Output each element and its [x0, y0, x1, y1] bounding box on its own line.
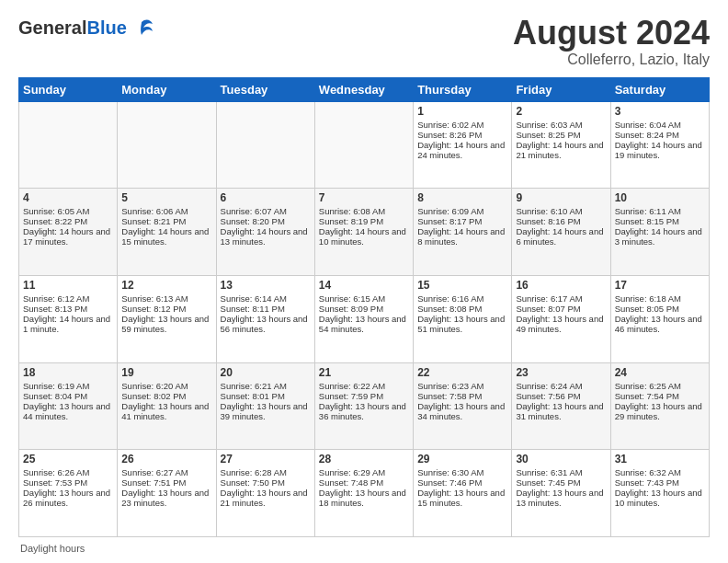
sunrise-text: Sunrise: 6:13 AM	[121, 293, 188, 304]
sunset-text: Sunset: 8:07 PM	[516, 304, 580, 314]
calendar-week-2: 4Sunrise: 6:05 AMSunset: 8:22 PMDaylight…	[19, 189, 710, 276]
day-number: 17	[615, 279, 705, 292]
table-row: 31Sunrise: 6:32 AMSunset: 7:43 PMDayligh…	[610, 450, 709, 537]
sunset-text: Sunset: 8:09 PM	[319, 304, 383, 314]
sunset-text: Sunset: 8:12 PM	[121, 304, 186, 314]
sunset-text: Sunset: 7:58 PM	[417, 391, 482, 401]
sunrise-text: Sunrise: 6:30 AM	[417, 467, 483, 477]
table-row: 30Sunrise: 6:31 AMSunset: 7:45 PMDayligh…	[512, 450, 610, 537]
col-monday: Monday	[118, 77, 216, 101]
table-row: 1Sunrise: 6:02 AMSunset: 8:26 PMDaylight…	[414, 101, 512, 189]
page: GeneralBlue August 2024 Colleferro, Lazi…	[0, 0, 728, 563]
sunrise-text: Sunrise: 6:26 AM	[23, 467, 89, 477]
table-row: 28Sunrise: 6:29 AMSunset: 7:48 PMDayligh…	[314, 450, 413, 537]
table-row: 15Sunrise: 6:16 AMSunset: 8:08 PMDayligh…	[414, 275, 512, 362]
sunrise-text: Sunrise: 6:07 AM	[221, 206, 287, 216]
day-number: 15	[417, 279, 507, 292]
daylight-text: Daylight: 13 hours and 34 minutes.	[417, 401, 505, 421]
sunrise-text: Sunrise: 6:32 AM	[615, 467, 681, 477]
day-number: 4	[23, 191, 113, 204]
sunrise-text: Sunrise: 6:16 AM	[417, 293, 483, 304]
sunset-text: Sunset: 8:20 PM	[221, 216, 285, 226]
sunset-text: Sunset: 8:02 PM	[121, 391, 186, 401]
daylight-text: Daylight: 13 hours and 36 minutes.	[319, 401, 406, 421]
day-number: 3	[615, 105, 705, 118]
logo-general: General	[18, 17, 86, 38]
footer-note: Daylight hours	[18, 543, 710, 554]
sunrise-text: Sunrise: 6:21 AM	[221, 381, 287, 391]
daylight-text: Daylight: 13 hours and 18 minutes.	[319, 488, 406, 508]
daylight-text: Daylight: 14 hours and 1 minute.	[23, 314, 110, 334]
sunset-text: Sunset: 8:21 PM	[121, 216, 186, 226]
table-row: 23Sunrise: 6:24 AMSunset: 7:56 PMDayligh…	[512, 362, 610, 450]
col-sunday: Sunday	[19, 77, 118, 101]
table-row: 10Sunrise: 6:11 AMSunset: 8:15 PMDayligh…	[610, 189, 709, 276]
col-friday: Friday	[512, 77, 610, 101]
sunset-text: Sunset: 8:01 PM	[221, 391, 285, 401]
day-number: 6	[221, 191, 311, 204]
daylight-text: Daylight: 13 hours and 23 minutes.	[121, 488, 209, 508]
daylight-text: Daylight: 13 hours and 46 minutes.	[615, 314, 702, 334]
day-number: 21	[319, 366, 409, 379]
table-row: 11Sunrise: 6:12 AMSunset: 8:13 PMDayligh…	[19, 275, 118, 362]
table-row: 4Sunrise: 6:05 AMSunset: 8:22 PMDaylight…	[19, 189, 118, 276]
title-block: August 2024 Colleferro, Lazio, Italy	[513, 15, 710, 68]
daylight-text: Daylight: 13 hours and 54 minutes.	[319, 314, 406, 334]
calendar-week-1: 1Sunrise: 6:02 AMSunset: 8:26 PMDaylight…	[19, 101, 710, 189]
day-number: 20	[221, 366, 311, 379]
sunrise-text: Sunrise: 6:11 AM	[615, 206, 681, 216]
day-number: 1	[417, 105, 507, 118]
sunrise-text: Sunrise: 6:14 AM	[221, 293, 287, 304]
daylight-text: Daylight: 14 hours and 6 minutes.	[516, 226, 603, 247]
table-row: 20Sunrise: 6:21 AMSunset: 8:01 PMDayligh…	[216, 362, 314, 450]
daylight-text: Daylight: 14 hours and 8 minutes.	[417, 226, 505, 247]
table-row: 3Sunrise: 6:04 AMSunset: 8:24 PMDaylight…	[610, 101, 709, 189]
sunrise-text: Sunrise: 6:04 AM	[615, 120, 681, 130]
day-number: 14	[319, 279, 409, 292]
table-row: 18Sunrise: 6:19 AMSunset: 8:04 PMDayligh…	[19, 362, 118, 450]
calendar-week-5: 25Sunrise: 6:26 AMSunset: 7:53 PMDayligh…	[19, 450, 710, 537]
table-row: 13Sunrise: 6:14 AMSunset: 8:11 PMDayligh…	[216, 275, 314, 362]
header: GeneralBlue August 2024 Colleferro, Lazi…	[18, 15, 710, 68]
sunset-text: Sunset: 7:54 PM	[615, 391, 679, 401]
table-row: 5Sunrise: 6:06 AMSunset: 8:21 PMDaylight…	[118, 189, 216, 276]
sunset-text: Sunset: 8:04 PM	[23, 391, 87, 401]
daylight-text: Daylight: 13 hours and 29 minutes.	[615, 401, 702, 421]
sunrise-text: Sunrise: 6:23 AM	[417, 381, 483, 391]
daylight-text: Daylight: 13 hours and 10 minutes.	[615, 488, 702, 508]
table-row: 22Sunrise: 6:23 AMSunset: 7:58 PMDayligh…	[414, 362, 512, 450]
day-number: 9	[516, 191, 606, 204]
sunset-text: Sunset: 8:17 PM	[417, 216, 482, 226]
table-row: 25Sunrise: 6:26 AMSunset: 7:53 PMDayligh…	[19, 450, 118, 537]
table-row: 29Sunrise: 6:30 AMSunset: 7:46 PMDayligh…	[414, 450, 512, 537]
day-number: 24	[615, 366, 705, 379]
daylight-text: Daylight: 13 hours and 51 minutes.	[417, 314, 505, 334]
day-number: 5	[121, 191, 211, 204]
daylight-text: Daylight: 14 hours and 24 minutes.	[417, 140, 505, 160]
day-number: 18	[23, 366, 113, 379]
daylight-text: Daylight: 13 hours and 31 minutes.	[516, 401, 603, 421]
sunrise-text: Sunrise: 6:31 AM	[516, 467, 582, 477]
sunrise-text: Sunrise: 6:15 AM	[319, 293, 385, 304]
day-number: 25	[23, 453, 113, 465]
sunrise-text: Sunrise: 6:02 AM	[417, 120, 483, 130]
sunrise-text: Sunrise: 6:05 AM	[23, 206, 89, 216]
table-row: 2Sunrise: 6:03 AMSunset: 8:25 PMDaylight…	[512, 101, 610, 189]
table-row: 16Sunrise: 6:17 AMSunset: 8:07 PMDayligh…	[512, 275, 610, 362]
sunset-text: Sunset: 7:46 PM	[417, 477, 482, 488]
daylight-text: Daylight: 14 hours and 19 minutes.	[615, 140, 702, 160]
daylight-text: Daylight: 13 hours and 56 minutes.	[221, 314, 308, 334]
daylight-text: Daylight: 13 hours and 44 minutes.	[23, 401, 110, 421]
daylight-text: Daylight: 13 hours and 15 minutes.	[417, 488, 505, 508]
month-year-title: August 2024	[513, 15, 710, 52]
logo: GeneralBlue	[18, 15, 154, 40]
sunset-text: Sunset: 7:45 PM	[516, 477, 580, 488]
day-number: 23	[516, 366, 606, 379]
day-number: 10	[615, 191, 705, 204]
sunset-text: Sunset: 8:25 PM	[516, 130, 580, 140]
daylight-text: Daylight: 14 hours and 3 minutes.	[615, 226, 702, 247]
day-number: 16	[516, 279, 606, 292]
table-row	[19, 101, 118, 189]
day-number: 26	[121, 453, 211, 465]
daylight-text: Daylight: 13 hours and 26 minutes.	[23, 488, 110, 508]
